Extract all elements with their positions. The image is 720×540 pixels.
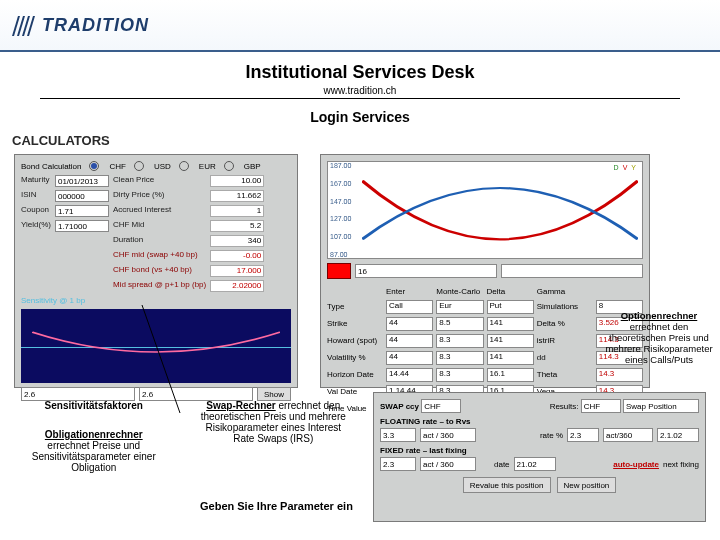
- site-url: www.tradition.ch: [0, 85, 720, 96]
- lbl: Mid spread @ p+1 bp (bp): [113, 280, 206, 292]
- val: 1: [210, 205, 264, 217]
- lbl: Duration: [113, 235, 206, 247]
- swap-revalue-button[interactable]: Revalue this position: [463, 477, 551, 493]
- lbl: Accrued Interest: [113, 205, 206, 217]
- opt-color-in2[interactable]: [501, 264, 643, 278]
- cell[interactable]: 16.1: [487, 368, 534, 382]
- swap-fixed-date[interactable]: [514, 457, 556, 471]
- in-coupon[interactable]: [55, 205, 109, 217]
- cell[interactable]: 44: [386, 317, 433, 331]
- ccy-radio-eur[interactable]: [179, 161, 189, 171]
- caption-swap-head: Swap-Rechner: [206, 400, 275, 411]
- bond-currency-row: Bond Calculation CHF USD EUR GBP: [21, 161, 291, 171]
- lbl-isin: ISIN: [21, 190, 51, 202]
- login-heading: Login Services: [0, 109, 720, 125]
- lbl: rate %: [540, 431, 563, 440]
- swap-float-in1[interactable]: [380, 428, 416, 442]
- caption-sens-head: Sensitivitätsfaktoren: [14, 400, 174, 411]
- ccy-label: EUR: [199, 162, 216, 171]
- swap-fixed-in2[interactable]: [420, 457, 476, 471]
- in-yield[interactable]: [55, 220, 109, 232]
- section-label: CALCULATORS: [0, 133, 720, 154]
- caption-left-col: Sensitivitätsfaktoren Obligationenrechne…: [14, 392, 174, 473]
- cell[interactable]: 141: [487, 317, 534, 331]
- gh: Gamma: [537, 285, 593, 297]
- lbl: CHF Mid: [113, 220, 206, 232]
- cell[interactable]: 8.5: [436, 317, 483, 331]
- opt-payoff-chart: 187.00 167.00 147.00 127.00 107.00 87.00…: [327, 161, 643, 259]
- tradition-logo-icon: [8, 14, 36, 36]
- bond-show-button[interactable]: Show: [257, 387, 291, 401]
- swap-floating-group: FLOATING rate – to Rvs rate %: [380, 417, 699, 442]
- val: 2.02000: [210, 280, 264, 292]
- swap-results-lbl: Results:: [550, 402, 579, 411]
- in-isin[interactable]: [55, 190, 109, 202]
- bond-left-labels: Maturity ISIN Coupon Yield(%): [21, 175, 51, 292]
- swap-newpos-button[interactable]: New position: [557, 477, 617, 493]
- ccy-radio-gbp[interactable]: [224, 161, 234, 171]
- val-cleanprice: 10.00: [210, 175, 264, 187]
- cell[interactable]: 141: [487, 351, 534, 365]
- ccy-radio-usd[interactable]: [134, 161, 144, 171]
- bond-bottom-in1[interactable]: [21, 387, 135, 401]
- val: 17.000: [210, 265, 264, 277]
- lbl-cleanprice: Clean Price: [113, 175, 206, 187]
- rl: Delta %: [537, 317, 593, 329]
- ccy-label: USD: [154, 162, 171, 171]
- ylab: 107.00: [330, 233, 351, 240]
- swap-res-a[interactable]: [581, 399, 621, 413]
- cell[interactable]: 141: [487, 334, 534, 348]
- lbl-yield: Yield(%): [21, 220, 51, 232]
- cell[interactable]: Call: [386, 300, 433, 314]
- ylab: 167.00: [330, 180, 351, 187]
- cell[interactable]: 8.3: [436, 334, 483, 348]
- val: 340: [210, 235, 264, 247]
- gh: Enter: [386, 285, 433, 297]
- brand-text: TRADITION: [42, 15, 149, 36]
- cell[interactable]: 44: [386, 334, 433, 348]
- swap-float-in2[interactable]: [420, 428, 476, 442]
- swap-float-rate-a[interactable]: [567, 428, 599, 442]
- gh: [596, 285, 643, 297]
- in-maturity[interactable]: [55, 175, 109, 187]
- caption-oblig-head: Obligationenrechner: [14, 429, 174, 440]
- rl: istriR: [537, 334, 593, 346]
- swap-autoupdate-link[interactable]: auto-update: [613, 460, 659, 469]
- bond-bottom-in2[interactable]: [139, 387, 253, 401]
- caption-opt-head: Optionenrechner: [621, 310, 698, 321]
- ccy-label: GBP: [244, 162, 261, 171]
- gh: [327, 285, 383, 297]
- caption-oblig-body: errechnet Preise und Sensitivitätsparame…: [14, 440, 174, 473]
- opt-color-swatch[interactable]: [327, 263, 351, 279]
- cell[interactable]: Put: [487, 300, 534, 314]
- page: TRADITION Institutional Services Desk ww…: [0, 0, 720, 540]
- bond-calc-label: Bond Calculation: [21, 162, 81, 171]
- caption-opt-body: errechnet den theoretischen Preis und me…: [605, 321, 712, 365]
- swap-ccy-in[interactable]: [421, 399, 461, 413]
- swap-res-b[interactable]: [623, 399, 699, 413]
- cell[interactable]: 8.3: [436, 351, 483, 365]
- swap-float-rate-c[interactable]: [657, 428, 699, 442]
- cell[interactable]: 8.3: [436, 368, 483, 382]
- ylab: 127.00: [330, 215, 351, 222]
- swap-float-rate-b[interactable]: [603, 428, 653, 442]
- bond-right-values: 10.00 11.662 1 5.2 340 -0.00 17.000 2.02…: [210, 175, 264, 292]
- swap-fixed-in1[interactable]: [380, 457, 416, 471]
- cell[interactable]: 44: [386, 351, 433, 365]
- bond-left-values: [55, 175, 109, 292]
- bond-calculator-panel: Bond Calculation CHF USD EUR GBP Maturit…: [14, 154, 298, 388]
- bond-bottom-bar: Show: [21, 387, 291, 401]
- rl: Type: [327, 300, 383, 312]
- cell[interactable]: 14.44: [386, 368, 433, 382]
- bond-sensitivity-chart: [21, 309, 291, 383]
- ccy-radio-chf[interactable]: [89, 161, 99, 171]
- rl: Theta: [537, 368, 593, 380]
- lbl: CHF bond (vs +40 bp): [113, 265, 206, 277]
- cell[interactable]: Eur: [436, 300, 483, 314]
- ylab: 147.00: [330, 198, 351, 205]
- swap-fixed-group: FIXED rate – last fixing date auto-updat…: [380, 446, 699, 471]
- swap-fixed-date-lbl: date: [494, 460, 510, 469]
- val: -0.00: [210, 250, 264, 262]
- opt-color-in[interactable]: [355, 264, 497, 278]
- rl: dd: [537, 351, 593, 363]
